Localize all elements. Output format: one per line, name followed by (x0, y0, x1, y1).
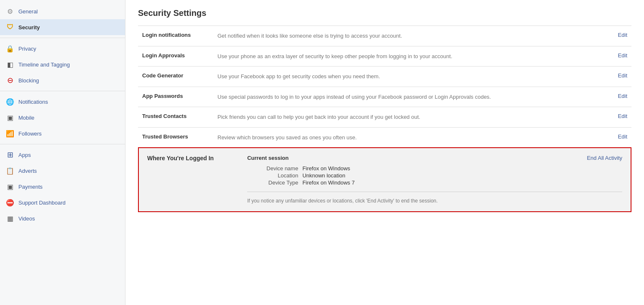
sidebar-item-apps[interactable]: ⊞Apps (0, 147, 125, 163)
sidebar-item-videos[interactable]: ▦Videos (0, 210, 125, 226)
sidebar-item-notifications[interactable]: 🌐Notifications (0, 94, 125, 110)
session-field-value-2: Firefox on Windows 7 (299, 179, 621, 186)
edit-link-3[interactable]: Edit (618, 93, 627, 99)
sidebar-item-mobile[interactable]: ▣Mobile (0, 110, 125, 126)
setting-label-2: Code Generator (138, 67, 213, 87)
sidebar-label-support: Support Dashboard (18, 200, 66, 206)
sidebar-label-videos: Videos (18, 215, 35, 222)
settings-row-5: Trusted BrowsersReview which browsers yo… (138, 127, 631, 147)
session-field-value-1: Unknown location (299, 172, 621, 179)
session-field-value-0: Firefox on Windows (299, 165, 621, 172)
sidebar-label-notifications: Notifications (18, 99, 48, 105)
mobile-icon: ▣ (6, 113, 14, 122)
sidebar-label-general: General (18, 8, 38, 15)
session-field-2: Device TypeFirefox on Windows 7 (248, 179, 621, 186)
session-field-label-0: Device name (248, 165, 298, 172)
edit-link-1[interactable]: Edit (618, 52, 627, 59)
sidebar-label-adverts: Adverts (18, 168, 37, 174)
followers-icon: 📶 (6, 129, 14, 138)
session-field-1: LocationUnknown location (248, 172, 621, 179)
setting-label-4: Trusted Contacts (138, 107, 213, 128)
privacy-icon: 🔒 (6, 44, 14, 53)
sidebar-label-mobile: Mobile (18, 115, 34, 121)
session-field-label-2: Device Type (248, 179, 298, 186)
setting-desc-0: Get notified when it looks like someone … (213, 26, 606, 46)
sidebar-label-apps: Apps (18, 152, 31, 158)
videos-icon: ▦ (6, 214, 14, 223)
sidebar-label-security: Security (18, 24, 40, 31)
settings-row-0: Login notificationsGet notified when it … (138, 26, 631, 46)
blocking-icon: ⊖ (6, 76, 14, 85)
setting-label-3: App Passwords (138, 87, 213, 107)
settings-row-2: Code GeneratorUse your Facebook app to g… (138, 67, 631, 87)
timeline-icon: ◧ (6, 60, 14, 69)
sidebar-label-privacy: Privacy (18, 46, 36, 52)
session-field-0: Device nameFirefox on Windows (248, 165, 621, 172)
sidebar-label-timeline: Timeline and Tagging (18, 62, 70, 68)
settings-row-3: App PasswordsUse special passwords to lo… (138, 87, 631, 107)
setting-label-1: Login Approvals (138, 46, 213, 67)
settings-row-4: Trusted ContactsPick friends you can cal… (138, 107, 631, 128)
setting-desc-5: Review which browsers you saved as ones … (213, 127, 606, 147)
edit-link-4[interactable]: Edit (618, 113, 627, 119)
sidebar-item-privacy[interactable]: 🔒Privacy (0, 41, 125, 56)
setting-desc-2: Use your Facebook app to get security co… (213, 67, 606, 87)
setting-desc-3: Use special passwords to log in to your … (213, 87, 606, 107)
settings-table: Login notificationsGet notified when it … (138, 26, 631, 147)
end-all-activity-link[interactable]: End All Activity (587, 155, 622, 161)
support-icon: ⛔ (6, 198, 14, 207)
security-icon: 🛡 (6, 23, 14, 31)
apps-icon: ⊞ (6, 151, 14, 159)
page-title: Security Settings (138, 8, 631, 18)
sidebar-group-notifications: 🌐Notifications▣Mobile📶Followers (0, 94, 125, 141)
sidebar: ⚙General🛡Security 🔒Privacy◧Timeline and … (0, 0, 125, 305)
sidebar-item-payments[interactable]: ▣Payments (0, 179, 125, 195)
main-content: Security Settings Login notificationsGet… (125, 0, 644, 305)
session-note: If you notice any unfamiliar devices or … (247, 197, 622, 205)
settings-row-1: Login ApprovalsUse your phone as an extr… (138, 46, 631, 67)
edit-link-0[interactable]: Edit (618, 32, 627, 38)
sidebar-item-blocking[interactable]: ⊖Blocking (0, 72, 125, 88)
adverts-icon: 📋 (6, 167, 14, 175)
sidebar-item-support[interactable]: ⛔Support Dashboard (0, 195, 125, 210)
sidebar-item-followers[interactable]: 📶Followers (0, 126, 125, 141)
edit-link-5[interactable]: Edit (618, 133, 627, 140)
notifications-icon: 🌐 (6, 97, 14, 106)
sidebar-label-payments: Payments (18, 184, 43, 190)
sidebar-label-blocking: Blocking (18, 77, 39, 84)
sidebar-divider-3 (0, 144, 125, 144)
sidebar-group-privacy: 🔒Privacy◧Timeline and Tagging⊖Blocking (0, 41, 125, 88)
logged-in-title: Where You're Logged In (147, 155, 214, 161)
sidebar-label-followers: Followers (18, 131, 42, 137)
sidebar-item-timeline[interactable]: ◧Timeline and Tagging (0, 56, 125, 72)
sidebar-item-adverts[interactable]: 📋Adverts (0, 163, 125, 179)
app-layout: ⚙General🛡Security 🔒Privacy◧Timeline and … (0, 0, 644, 305)
sidebar-item-security[interactable]: 🛡Security (0, 19, 125, 35)
session-divider (247, 192, 622, 192)
setting-desc-4: Pick friends you can call to help you ge… (213, 107, 606, 128)
general-icon: ⚙ (6, 7, 14, 15)
setting-label-0: Login notifications (138, 26, 213, 46)
sidebar-divider-1 (0, 38, 125, 38)
sidebar-group-general: ⚙General🛡Security (0, 3, 125, 35)
setting-desc-1: Use your phone as an extra layer of secu… (213, 46, 606, 67)
sidebar-group-apps: ⊞Apps📋Adverts▣Payments⛔Support Dashboard… (0, 147, 125, 226)
setting-label-5: Trusted Browsers (138, 127, 213, 147)
sidebar-item-general[interactable]: ⚙General (0, 3, 125, 19)
session-field-label-1: Location (248, 172, 298, 179)
edit-link-2[interactable]: Edit (618, 72, 627, 79)
payments-icon: ▣ (6, 182, 14, 191)
session-title: Current session (247, 155, 289, 161)
session-detail-table: Device nameFirefox on WindowsLocationUnk… (247, 164, 622, 187)
logged-in-box: Where You're Logged In Current session E… (138, 147, 631, 212)
sidebar-divider-2 (0, 91, 125, 91)
